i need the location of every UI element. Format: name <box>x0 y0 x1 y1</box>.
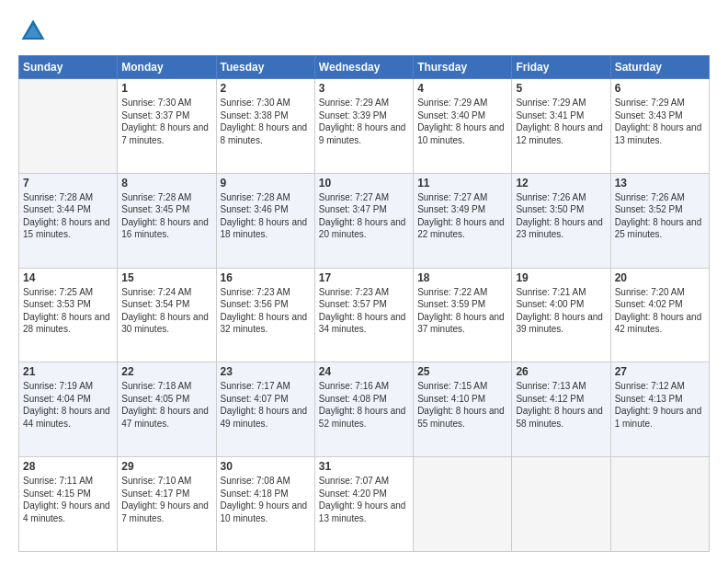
sunset-text: Sunset: 4:12 PM <box>516 394 584 404</box>
sunrise-text: Sunrise: 7:18 AM <box>121 381 191 391</box>
daylight-text: Daylight: 8 hours and 13 minutes. <box>615 122 702 145</box>
sunset-text: Sunset: 4:15 PM <box>23 488 91 499</box>
daylight-text: Daylight: 8 hours and 44 minutes. <box>23 406 110 429</box>
day-info: Sunrise: 7:28 AM Sunset: 3:44 PM Dayligh… <box>23 191 113 241</box>
day-number: 13 <box>615 177 705 190</box>
sunset-text: Sunset: 3:46 PM <box>221 204 289 214</box>
day-number: 11 <box>417 177 507 190</box>
daylight-text: Daylight: 9 hours and 4 minutes. <box>23 500 110 523</box>
calendar-cell: 24 Sunrise: 7:16 AM Sunset: 4:08 PM Dayl… <box>314 362 413 457</box>
daylight-text: Daylight: 8 hours and 37 minutes. <box>417 312 505 335</box>
day-number: 28 <box>23 460 113 473</box>
sunset-text: Sunset: 3:54 PM <box>121 299 189 309</box>
sunrise-text: Sunrise: 7:27 AM <box>417 192 487 202</box>
calendar-header-friday: Friday <box>512 56 610 79</box>
sunset-text: Sunset: 4:07 PM <box>221 394 289 404</box>
sunrise-text: Sunrise: 7:30 AM <box>121 98 191 108</box>
sunset-text: Sunset: 3:37 PM <box>121 110 189 121</box>
day-number: 17 <box>319 271 409 284</box>
sunset-text: Sunset: 3:49 PM <box>417 204 485 214</box>
calendar-cell: 12 Sunrise: 7:26 AM Sunset: 3:50 PM Dayl… <box>512 173 610 268</box>
sunrise-text: Sunrise: 7:07 AM <box>319 476 389 486</box>
sunset-text: Sunset: 4:17 PM <box>121 488 189 499</box>
day-info: Sunrise: 7:27 AM Sunset: 3:47 PM Dayligh… <box>319 191 409 241</box>
sunset-text: Sunset: 4:05 PM <box>121 394 189 404</box>
daylight-text: Daylight: 8 hours and 22 minutes. <box>417 217 505 240</box>
sunset-text: Sunset: 3:43 PM <box>615 110 683 121</box>
sunrise-text: Sunrise: 7:28 AM <box>23 192 93 202</box>
daylight-text: Daylight: 8 hours and 18 minutes. <box>221 217 308 240</box>
sunrise-text: Sunrise: 7:30 AM <box>221 98 290 108</box>
day-info: Sunrise: 7:07 AM Sunset: 4:20 PM Dayligh… <box>319 475 409 524</box>
day-info: Sunrise: 7:29 AM Sunset: 3:39 PM Dayligh… <box>319 97 409 146</box>
calendar-week-row: 21 Sunrise: 7:19 AM Sunset: 4:04 PM Dayl… <box>19 362 710 457</box>
calendar-cell: 7 Sunrise: 7:28 AM Sunset: 3:44 PM Dayli… <box>19 173 118 268</box>
calendar-cell: 23 Sunrise: 7:17 AM Sunset: 4:07 PM Dayl… <box>216 362 314 457</box>
daylight-text: Daylight: 8 hours and 58 minutes. <box>516 406 603 429</box>
day-number: 14 <box>23 271 113 284</box>
daylight-text: Daylight: 8 hours and 52 minutes. <box>319 406 406 429</box>
day-info: Sunrise: 7:28 AM Sunset: 3:45 PM Dayligh… <box>121 191 211 241</box>
calendar-cell: 9 Sunrise: 7:28 AM Sunset: 3:46 PM Dayli… <box>216 173 314 268</box>
daylight-text: Daylight: 9 hours and 7 minutes. <box>121 500 209 523</box>
calendar-cell: 25 Sunrise: 7:15 AM Sunset: 4:10 PM Dayl… <box>414 362 512 457</box>
day-number: 29 <box>121 460 211 473</box>
day-info: Sunrise: 7:26 AM Sunset: 3:52 PM Dayligh… <box>615 191 705 241</box>
calendar-cell <box>610 457 709 552</box>
day-number: 24 <box>319 365 409 378</box>
day-info: Sunrise: 7:10 AM Sunset: 4:17 PM Dayligh… <box>121 475 211 524</box>
day-info: Sunrise: 7:11 AM Sunset: 4:15 PM Dayligh… <box>23 475 113 524</box>
calendar-week-row: 7 Sunrise: 7:28 AM Sunset: 3:44 PM Dayli… <box>19 173 710 268</box>
sunrise-text: Sunrise: 7:23 AM <box>319 287 389 297</box>
calendar-cell: 14 Sunrise: 7:25 AM Sunset: 3:53 PM Dayl… <box>19 268 118 362</box>
sunset-text: Sunset: 3:52 PM <box>615 204 683 214</box>
sunset-text: Sunset: 4:10 PM <box>417 394 485 404</box>
sunrise-text: Sunrise: 7:23 AM <box>221 287 290 297</box>
sunrise-text: Sunrise: 7:25 AM <box>23 287 93 297</box>
calendar-header-saturday: Saturday <box>610 56 709 79</box>
day-number: 10 <box>319 177 409 190</box>
sunset-text: Sunset: 3:45 PM <box>121 204 189 214</box>
day-info: Sunrise: 7:23 AM Sunset: 3:56 PM Dayligh… <box>221 286 311 336</box>
logo <box>18 17 51 46</box>
calendar-cell: 11 Sunrise: 7:27 AM Sunset: 3:49 PM Dayl… <box>414 173 512 268</box>
calendar-week-row: 28 Sunrise: 7:11 AM Sunset: 4:15 PM Dayl… <box>19 457 710 552</box>
calendar-cell: 29 Sunrise: 7:10 AM Sunset: 4:17 PM Dayl… <box>118 457 216 552</box>
calendar-cell: 16 Sunrise: 7:23 AM Sunset: 3:56 PM Dayl… <box>216 268 314 362</box>
day-number: 19 <box>516 271 606 284</box>
day-number: 9 <box>221 177 311 190</box>
calendar-cell <box>414 457 512 552</box>
daylight-text: Daylight: 8 hours and 23 minutes. <box>516 217 603 240</box>
sunrise-text: Sunrise: 7:22 AM <box>417 287 487 297</box>
sunset-text: Sunset: 4:08 PM <box>319 394 387 404</box>
day-info: Sunrise: 7:25 AM Sunset: 3:53 PM Dayligh… <box>23 286 113 336</box>
calendar-cell: 20 Sunrise: 7:20 AM Sunset: 4:02 PM Dayl… <box>610 268 709 362</box>
calendar-cell: 3 Sunrise: 7:29 AM Sunset: 3:39 PM Dayli… <box>314 79 413 174</box>
sunset-text: Sunset: 3:57 PM <box>319 299 387 309</box>
calendar-header-monday: Monday <box>118 56 216 79</box>
page: SundayMondayTuesdayWednesdayThursdayFrid… <box>0 0 728 563</box>
sunrise-text: Sunrise: 7:26 AM <box>615 192 685 202</box>
sunrise-text: Sunrise: 7:29 AM <box>516 98 586 108</box>
day-number: 12 <box>516 177 606 190</box>
calendar-cell: 2 Sunrise: 7:30 AM Sunset: 3:38 PM Dayli… <box>216 79 314 174</box>
day-info: Sunrise: 7:12 AM Sunset: 4:13 PM Dayligh… <box>615 380 705 430</box>
calendar-cell: 21 Sunrise: 7:19 AM Sunset: 4:04 PM Dayl… <box>19 362 118 457</box>
calendar-cell: 17 Sunrise: 7:23 AM Sunset: 3:57 PM Dayl… <box>314 268 413 362</box>
day-info: Sunrise: 7:08 AM Sunset: 4:18 PM Dayligh… <box>221 475 311 524</box>
sunrise-text: Sunrise: 7:27 AM <box>319 192 389 202</box>
daylight-text: Daylight: 8 hours and 30 minutes. <box>121 312 209 335</box>
day-info: Sunrise: 7:28 AM Sunset: 3:46 PM Dayligh… <box>221 191 311 241</box>
calendar-cell: 13 Sunrise: 7:26 AM Sunset: 3:52 PM Dayl… <box>610 173 709 268</box>
day-info: Sunrise: 7:26 AM Sunset: 3:50 PM Dayligh… <box>516 191 606 241</box>
sunrise-text: Sunrise: 7:19 AM <box>23 381 93 391</box>
calendar-header-thursday: Thursday <box>414 56 512 79</box>
daylight-text: Daylight: 8 hours and 8 minutes. <box>221 122 308 145</box>
sunrise-text: Sunrise: 7:26 AM <box>516 192 586 202</box>
calendar-cell: 30 Sunrise: 7:08 AM Sunset: 4:18 PM Dayl… <box>216 457 314 552</box>
day-info: Sunrise: 7:30 AM Sunset: 3:37 PM Dayligh… <box>121 97 211 146</box>
day-number: 3 <box>319 82 409 95</box>
calendar-cell: 27 Sunrise: 7:12 AM Sunset: 4:13 PM Dayl… <box>610 362 709 457</box>
calendar-cell: 1 Sunrise: 7:30 AM Sunset: 3:37 PM Dayli… <box>118 79 216 174</box>
daylight-text: Daylight: 8 hours and 55 minutes. <box>417 406 505 429</box>
